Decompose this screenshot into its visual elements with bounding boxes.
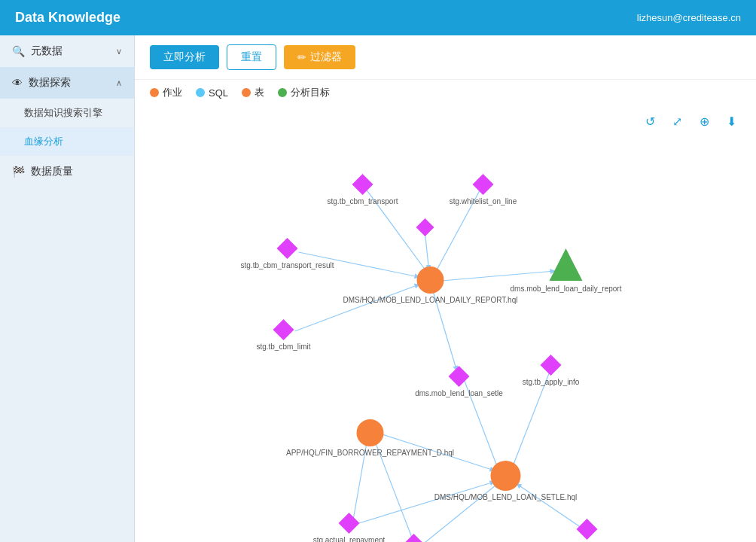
node-stg-loan-settle[interactable]: stg.loan_settle (562, 519, 611, 542)
svg-text:dms.mob_lend_loan_daily_report: dms.mob_lend_loan_daily_report (511, 285, 622, 293)
eye-icon: 👁 (12, 77, 23, 89)
edge-n6-n4 (295, 285, 419, 331)
sidebar-subitem-lineage-analysis[interactable]: 血缘分析 (0, 127, 134, 156)
filter-button[interactable]: ✏ 过滤器 (284, 45, 355, 69)
svg-text:stg.actual_repayment: stg.actual_repayment (313, 536, 386, 542)
node-stg-tb-cbm-transport-result[interactable]: stg.tb_cbm_transport_result (241, 238, 334, 269)
legend: 作业 SQL 表 分析目标 (135, 80, 756, 105)
sidebar-label-meta: 元数据 (31, 44, 62, 58)
sidebar-item-meta-data[interactable]: 🔍 元数据 ∨ (0, 35, 134, 67)
pencil-icon: ✏ (297, 51, 306, 63)
node-stg-whitelist-on-line[interactable]: stg.whitelist_on_line (450, 174, 517, 206)
flag-icon: 🏁 (12, 166, 25, 178)
svg-marker-11 (273, 319, 294, 340)
svg-text:stg.tb_apply_info: stg.tb_apply_info (523, 378, 580, 386)
svg-text:stg.tb_cbm_limit: stg.tb_cbm_limit (256, 343, 310, 351)
legend-dot-job (150, 88, 159, 97)
svg-marker-6 (416, 218, 434, 236)
knowledge-graph[interactable]: stg.tb_cbm_transport stg.whitelist_on_li… (135, 105, 756, 542)
svg-text:stg.tb_cbm_transport_result: stg.tb_cbm_transport_result (241, 261, 334, 269)
svg-marker-21 (339, 513, 360, 534)
svg-text:stg.whitelist_on_line: stg.whitelist_on_line (450, 197, 517, 206)
globe-icon[interactable]: ⊕ (694, 111, 714, 131)
content-area: 立即分析 重置 ✏ 过滤器 作业 SQL 表 分析目标 (135, 35, 756, 542)
svg-marker-15 (541, 355, 562, 376)
svg-text:DMS/HQL/MOB_LEND_LOAN_SETLE.hq: DMS/HQL/MOB_LEND_LOAN_SETLE.hql (434, 493, 578, 501)
node-extra-input[interactable] (416, 218, 434, 236)
svg-marker-2 (473, 174, 494, 195)
svg-text:dms.mob_lend_loan_setle: dms.mob_lend_loan_setle (415, 389, 503, 397)
graph-toolbar: ↺ ⤢ ⊕ ⬇ (640, 111, 741, 131)
node-dms-mob-lend-loan-setle[interactable]: dms.mob_lend_loan_setle (415, 366, 503, 397)
toolbar: 立即分析 重置 ✏ 过滤器 (135, 35, 756, 80)
sidebar-item-data-explore[interactable]: 👁 数据探索 ∧ (0, 67, 134, 99)
legend-table: 表 (242, 86, 264, 99)
legend-target: 分析目标 (278, 86, 330, 99)
node-stg-repayment-statistics[interactable]: stg.repayment_statistics (373, 534, 454, 542)
svg-text:stg.tb_cbm_transport: stg.tb_cbm_transport (328, 197, 398, 206)
expand-icon[interactable]: ⤢ (667, 111, 687, 131)
node-dms-mob-lend-loan-daily-report[interactable]: dms.mob_lend_loan_daily_report (511, 248, 622, 293)
node-app-hql-fin-borrower-repayment[interactable]: APP/HQL/FIN_BORROWER_REPAYMENT_D.hql (286, 419, 454, 457)
svg-point-19 (491, 461, 521, 491)
sidebar-label-explore: 数据探索 (29, 76, 71, 90)
refresh-icon[interactable]: ↺ (640, 111, 660, 131)
graph-area: ↺ ⤢ ⊕ ⬇ (135, 105, 756, 542)
node-dms-hql-mob-lend-loan-daily-report[interactable]: DMS/HQL/MOB_LEND_LOAN_DAILY_REPORT.hql (343, 266, 518, 304)
app-title: Data Knowledge (15, 10, 120, 26)
svg-text:DMS/HQL/MOB_LEND_LOAN_DAILY_RE: DMS/HQL/MOB_LEND_LOAN_DAILY_REPORT.hql (343, 296, 518, 304)
svg-marker-25 (577, 519, 598, 540)
chevron-up-icon-explore: ∧ (116, 78, 122, 88)
edge-n8-n10 (512, 373, 550, 469)
app-header: Data Knowledge lizhesun@creditease.cn (0, 0, 756, 35)
sidebar-subitem-knowledge-search[interactable]: 数据知识搜索引擎 (0, 99, 134, 127)
download-icon[interactable]: ⬇ (721, 111, 741, 131)
svg-text:APP/HQL/FIN_BORROWER_REPAYMENT: APP/HQL/FIN_BORROWER_REPAYMENT_D.hql (286, 449, 454, 457)
edge-n13-n10 (517, 484, 583, 528)
legend-dot-target (278, 88, 287, 97)
legend-job: 作业 (150, 86, 182, 99)
legend-dot-table (242, 88, 251, 97)
node-stg-tb-apply-info[interactable]: stg.tb_apply_info (523, 355, 580, 386)
svg-point-7 (417, 266, 444, 294)
search-icon: 🔍 (12, 45, 25, 57)
edge-n4-n5 (442, 271, 555, 281)
edge-n14-n4 (425, 233, 429, 269)
main-layout: 🔍 元数据 ∨ 👁 数据探索 ∧ 数据知识搜索引擎 血缘分析 🏁 数据质量 (0, 35, 756, 542)
node-stg-tb-cbm-transport[interactable]: stg.tb_cbm_transport (328, 174, 398, 206)
legend-dot-sql (196, 88, 205, 97)
analyze-button[interactable]: 立即分析 (150, 45, 219, 69)
sidebar-item-data-quality[interactable]: 🏁 数据质量 (0, 156, 134, 187)
svg-point-17 (357, 419, 384, 446)
svg-marker-4 (277, 238, 298, 259)
sidebar: 🔍 元数据 ∨ 👁 数据探索 ∧ 数据知识搜索引擎 血缘分析 🏁 数据质量 (0, 35, 135, 542)
node-dms-hql-mob-lend-loan-setle[interactable]: DMS/HQL/MOB_LEND_LOAN_SETLE.hql (434, 461, 578, 501)
user-email: lizhesun@creditease.cn (637, 12, 741, 23)
svg-marker-9 (550, 248, 583, 281)
svg-marker-0 (352, 174, 373, 195)
legend-sql: SQL (196, 87, 228, 99)
node-stg-tb-cbm-limit[interactable]: stg.tb_cbm_limit (256, 319, 310, 351)
node-stg-actual-repayment[interactable]: stg.actual_repayment (313, 513, 386, 542)
sidebar-label-quality: 数据质量 (31, 165, 73, 178)
reset-button[interactable]: 重置 (227, 44, 276, 70)
chevron-down-icon-meta: ∨ (116, 47, 122, 56)
svg-marker-23 (404, 534, 425, 542)
svg-marker-13 (449, 366, 470, 387)
